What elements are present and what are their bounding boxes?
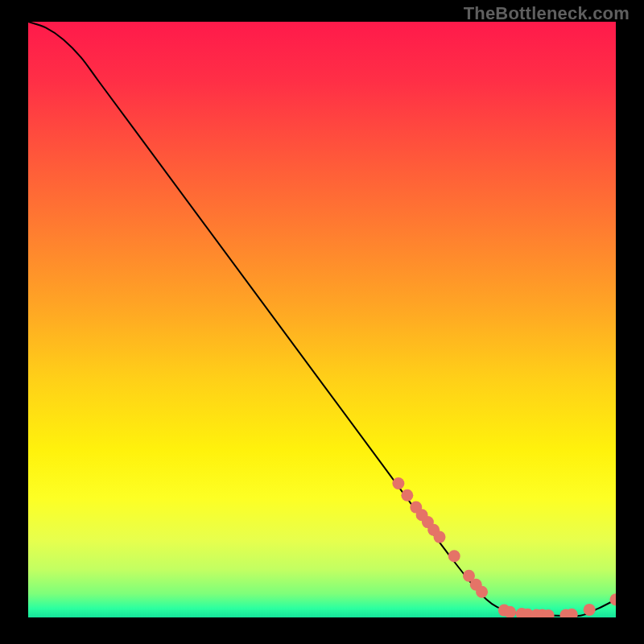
bottleneck-chart xyxy=(28,22,616,617)
gradient-background xyxy=(28,22,616,617)
data-marker xyxy=(392,477,404,489)
data-marker xyxy=(448,550,460,562)
data-marker xyxy=(476,586,488,598)
plot-frame xyxy=(28,22,616,617)
chart-stage: TheBottleneck.com xyxy=(0,0,644,644)
data-marker xyxy=(584,604,596,616)
data-marker xyxy=(434,531,446,543)
data-marker xyxy=(401,489,413,502)
